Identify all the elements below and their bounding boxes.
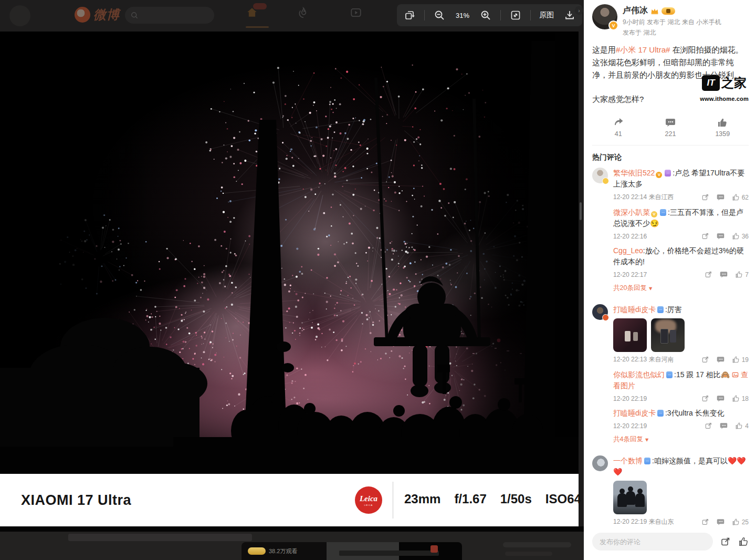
- comment-forward-button[interactable]: [701, 232, 709, 240]
- post-meta-line2: 发布于 湖北: [623, 28, 721, 37]
- commenter-avatar[interactable]: [592, 304, 608, 320]
- ithome-url: www.ithome.com: [700, 92, 749, 105]
- comment-reply-button[interactable]: [720, 271, 728, 278]
- sidebar-scroll-area[interactable]: V 卢伟冰 9小时前 发布于 湖北 来自 小米手机 发布于 湖北 这是用#小米 …: [584, 0, 756, 526]
- comment-like-button[interactable]: 36: [732, 232, 749, 240]
- post-hashtag-link[interactable]: #小米 17 Ultra#: [616, 45, 670, 54]
- comment-forward-button[interactable]: [705, 422, 712, 430]
- divider: [0, 526, 584, 532]
- comment-forward-button[interactable]: [701, 395, 709, 402]
- zoom-out-button[interactable]: [432, 8, 447, 23]
- comment-forward-button[interactable]: [701, 518, 709, 526]
- comment-forward-button[interactable]: [705, 271, 712, 278]
- photo-fireworks-swing[interactable]: [0, 32, 579, 474]
- nav-video-button[interactable]: [350, 6, 362, 21]
- like-count: 1359: [715, 130, 730, 138]
- comment-button[interactable]: 221: [644, 117, 696, 138]
- comment-time: 12-20 22:19: [613, 518, 647, 525]
- comment-time: 12-20 22:19: [613, 422, 705, 430]
- author-name[interactable]: 卢伟冰: [623, 5, 648, 16]
- comment-count: 221: [665, 130, 676, 138]
- panel-scrollbar[interactable]: [580, 202, 582, 220]
- comment-like-button[interactable]: 25: [732, 518, 749, 526]
- comment-like-button[interactable]: 18: [732, 395, 749, 402]
- comment-reply-button[interactable]: [717, 356, 724, 364]
- like-button[interactable]: 1359: [697, 117, 749, 138]
- video-card-middle: [327, 542, 399, 560]
- active-tab-underline: [246, 26, 269, 28]
- more-replies-link[interactable]: 共4条回复▾: [613, 435, 749, 444]
- nav-home-button[interactable]: [246, 6, 258, 21]
- comment-like-button[interactable]: 62: [732, 193, 749, 201]
- comment-item: 一个数博⸱⸱⸱:咱婶这颜值，是真可以❤️❤️❤️ 12-20 22:19 来自山…: [592, 455, 749, 526]
- comment-like-count: 7: [745, 271, 749, 278]
- forward-icon: [701, 395, 709, 402]
- forward-icon: [705, 422, 712, 430]
- comment-image-thumbnail[interactable]: [613, 481, 647, 514]
- weibo-logo[interactable]: 微博: [75, 6, 120, 23]
- watermark-divider: [393, 482, 393, 518]
- commenter-name[interactable]: 打瞌睡di皮卡: [613, 305, 656, 314]
- comment-input[interactable]: [592, 533, 713, 551]
- video-icon: [350, 6, 362, 19]
- dimmed-text-line: [339, 551, 439, 556]
- composer-like-button[interactable]: [738, 536, 749, 547]
- comment-reply-button[interactable]: [717, 518, 724, 526]
- dimmed-video-card[interactable]: 38.2万观看: [242, 542, 462, 560]
- post-action-bar: 41 221 1359: [592, 114, 749, 143]
- commenter-name[interactable]: 繁华依旧522: [613, 169, 655, 177]
- post-author-header: V 卢伟冰 9小时前 发布于 湖北 来自 小米手机 发布于 湖北: [592, 4, 749, 37]
- commenter-name[interactable]: 你似影流也似幻: [613, 370, 665, 379]
- spec-shutter: 1/50s: [500, 492, 532, 506]
- like-icon: [732, 356, 740, 364]
- rotate-image-button[interactable]: [402, 8, 417, 23]
- comment-like-button[interactable]: 4: [735, 422, 749, 430]
- comment-reply-button[interactable]: [717, 395, 724, 402]
- author-avatar[interactable]: V: [592, 4, 617, 29]
- composer-share-button[interactable]: [720, 536, 731, 547]
- comment-reply-button[interactable]: [717, 232, 724, 240]
- like-icon: [717, 117, 728, 128]
- comment-like-button[interactable]: 7: [735, 271, 749, 278]
- verified-badge-icon: V: [608, 20, 618, 30]
- comment-region: 来自江西: [648, 193, 674, 201]
- comment-like-count: 36: [742, 233, 749, 240]
- comment-image-thumbnail[interactable]: [651, 318, 685, 352]
- user-avatar[interactable]: [9, 5, 30, 26]
- toolbar-divider: [500, 10, 501, 20]
- comment-like-button[interactable]: 19: [732, 356, 749, 364]
- more-replies-link[interactable]: 共20条回复▾: [613, 284, 749, 293]
- video-card-left: 38.2万观看: [242, 542, 327, 560]
- search-input[interactable]: [125, 7, 214, 24]
- dimmed-text-line: [68, 534, 252, 541]
- commenter-avatar[interactable]: [592, 455, 608, 471]
- commenter-name[interactable]: 打瞌睡di皮卡: [613, 409, 656, 417]
- nav-hot-button[interactable]: [297, 6, 310, 21]
- comment-like-count: 25: [742, 518, 749, 526]
- comment-time: 12-20 22:14: [613, 193, 647, 201]
- chevron-down-icon: ▾: [645, 435, 648, 443]
- forward-icon: [705, 271, 712, 278]
- fullscreen-button[interactable]: [508, 8, 523, 23]
- search-icon: [130, 11, 139, 19]
- camera-specs: 23mm f/1.67 1/50s ISO64: [404, 492, 581, 506]
- crown-icon: [650, 7, 659, 15]
- commenter-name[interactable]: 微深小趴菜: [613, 208, 650, 216]
- commenter-avatar[interactable]: [592, 168, 608, 183]
- comment-reply-button[interactable]: [717, 193, 724, 201]
- comment-image-thumbnail[interactable]: [613, 318, 647, 352]
- post-sidebar: V 卢伟冰 9小时前 发布于 湖北 来自 小米手机 发布于 湖北 这是用#小米 …: [584, 0, 756, 560]
- share-button[interactable]: 41: [592, 117, 644, 138]
- forward-icon: [720, 536, 731, 547]
- comment-forward-button[interactable]: [701, 193, 709, 201]
- collapse-sidebar-button[interactable]: ›: [575, 6, 583, 15]
- view-original-button[interactable]: 原图: [538, 11, 555, 20]
- comment-icon: [717, 356, 724, 364]
- comment-forward-button[interactable]: [701, 356, 709, 364]
- comment-reply-button[interactable]: [720, 422, 728, 430]
- zoom-in-icon: [480, 9, 491, 21]
- commenter-name[interactable]: Cgg_Leo: [613, 246, 643, 255]
- commenter-name[interactable]: 一个数博: [613, 457, 643, 465]
- zoom-in-button[interactable]: [478, 8, 493, 23]
- like-icon: [732, 395, 740, 402]
